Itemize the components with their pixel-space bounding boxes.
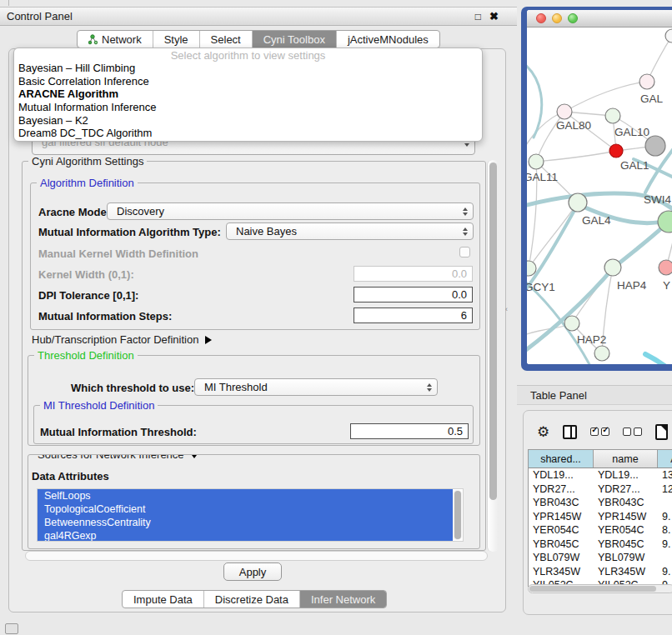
close-panel-icon[interactable]: ✖	[489, 10, 499, 22]
column-layout-icon[interactable]	[563, 425, 577, 439]
table-horizontal-scrollbar[interactable]	[528, 584, 672, 593]
table-cell[interactable]: YBR043C	[594, 496, 658, 510]
list-scrollbar[interactable]	[453, 490, 462, 540]
node-gal80[interactable]	[557, 104, 572, 119]
algorithm-option-bayesian-hill-climbing[interactable]: Bayesian – Hill Climbing	[14, 62, 482, 75]
network-edge[interactable]	[645, 354, 672, 364]
aracne-mode-combo[interactable]: Discovery	[107, 202, 474, 220]
node-gray[interactable]	[645, 136, 665, 156]
table-cell[interactable]: YDR27...	[529, 482, 594, 497]
table-cell[interactable]: 9.	[658, 565, 672, 579]
node-partial-bottom[interactable]	[594, 346, 609, 361]
table-row[interactable]: YPR145WYPR145W9.	[529, 510, 672, 524]
table-cell[interactable]	[658, 551, 672, 565]
attribute-item-topologicalcoefficient[interactable]: TopologicalCoefficient	[38, 502, 453, 516]
node-gal-top[interactable]	[639, 74, 654, 89]
table-cell[interactable]: 8.	[658, 523, 672, 538]
apply-button[interactable]: Apply	[223, 562, 282, 581]
network-edge[interactable]	[527, 61, 542, 138]
export-table-icon[interactable]	[655, 424, 668, 440]
network-edge[interactable]	[527, 112, 564, 152]
tab-impute-data[interactable]: Impute Data	[123, 591, 204, 608]
node-hap2[interactable]	[564, 316, 579, 331]
node-gal4[interactable]	[569, 193, 587, 212]
node-partial-top-right[interactable]	[665, 29, 672, 42]
tab-discretize-data[interactable]: Discretize Data	[204, 591, 300, 608]
table-cell[interactable]: YDL19...	[594, 468, 658, 482]
collapsed-panel-icon[interactable]	[5, 623, 18, 634]
dpi-tolerance-input[interactable]: 0.0	[354, 287, 473, 302]
table-cell[interactable]	[658, 496, 672, 510]
table-cell[interactable]: YBL079W	[529, 551, 594, 565]
table-cell[interactable]: YDL19...	[529, 468, 594, 482]
table-cell[interactable]: 12	[658, 482, 672, 497]
settings-horizontal-scrollbar[interactable]	[25, 551, 488, 561]
table-row[interactable]: YBL079WYBL079W	[529, 551, 672, 565]
algorithm-option-basic-correlation-inference[interactable]: Basic Correlation Inference	[14, 75, 482, 88]
attribute-item-selfloops[interactable]: SelfLoops	[38, 489, 453, 502]
table-cell[interactable]: YLR345W	[594, 565, 658, 579]
manual-kernel-checkbox[interactable]	[459, 247, 470, 258]
splitter-handle[interactable]: ‹	[505, 304, 512, 314]
collapse-down-icon[interactable]	[189, 454, 199, 458]
table-row[interactable]: YDR27...YDR27...12	[529, 482, 672, 497]
tab-select[interactable]: Select	[200, 31, 253, 48]
algorithm-option-mutual-information-inference[interactable]: Mutual Information Inference	[14, 101, 482, 114]
gear-icon[interactable]: ⚙	[537, 425, 549, 439]
column-header-a[interactable]: A	[658, 450, 672, 468]
column-header-name[interactable]: name	[594, 450, 658, 468]
network-edge[interactable]	[536, 151, 616, 162]
tab-infer-network[interactable]: Infer Network	[300, 591, 386, 608]
node-hap4[interactable]	[604, 259, 621, 276]
table-row[interactable]: YLR345WYLR345W9.	[529, 565, 672, 579]
table-cell[interactable]: YER054C	[594, 523, 658, 538]
close-window-button[interactable]	[536, 13, 546, 23]
tab-jactivemnodules[interactable]: jActiveMNodules	[337, 31, 439, 48]
table-cell[interactable]: YBR045C	[594, 538, 658, 552]
table-row[interactable]: YBR045CYBR045C9.	[529, 538, 672, 552]
float-window-icon[interactable]: □	[475, 11, 481, 22]
settings-vertical-scrollbar[interactable]	[487, 160, 499, 552]
attribute-item-betweennesscentrality[interactable]: BetweennessCentrality	[38, 516, 453, 529]
mi-steps-input[interactable]: 6	[354, 308, 473, 323]
column-header-shared[interactable]: shared...	[529, 450, 594, 468]
network-window-titlebar[interactable]	[527, 10, 672, 28]
minimize-window-button[interactable]	[552, 13, 562, 23]
table-row[interactable]: YER054CYER054C8.	[529, 523, 672, 538]
table-cell[interactable]: YBR043C	[529, 496, 594, 510]
table-cell[interactable]: YBL079W	[594, 551, 658, 565]
tab-cyni-toolbox[interactable]: Cyni Toolbox	[253, 31, 337, 48]
table-cell[interactable]: YDR27...	[594, 482, 658, 497]
network-canvas[interactable]: GALGAL80GAL10GAL1GAL11GAL4SWI4GCY1HAP4YH…	[527, 28, 672, 364]
table-cell[interactable]: YBR045C	[529, 538, 594, 552]
zoom-window-button[interactable]	[568, 13, 578, 23]
table-row[interactable]: YBR043CYBR043C	[529, 496, 672, 510]
node-gal11[interactable]	[529, 154, 544, 169]
node-gal1[interactable]	[609, 144, 623, 158]
tab-network[interactable]: Network	[78, 31, 153, 48]
mi-type-combo[interactable]: Naive Bayes	[226, 222, 474, 240]
algorithm-option-dream8-dc-tdc-algorithm[interactable]: Dream8 DC_TDC Algorithm	[14, 127, 482, 140]
tab-style[interactable]: Style	[153, 31, 200, 48]
hub-definition-expander[interactable]: Hub/Transcription Factor Definition	[32, 333, 212, 346]
which-threshold-combo[interactable]: MI Threshold	[194, 378, 438, 396]
algorithm-option-bayesian-k2[interactable]: Bayesian – K2	[14, 114, 482, 128]
network-edge[interactable]	[564, 82, 647, 112]
deselect-all-columns-icon[interactable]	[623, 428, 642, 436]
attribute-item-gal4rgexp[interactable]: gal4RGexp	[38, 529, 453, 542]
algorithm-option-aracne-algorithm[interactable]: ARACNE Algorithm	[14, 88, 482, 101]
table-row[interactable]: YDL19...YDL19...13	[529, 468, 672, 482]
table-cell[interactable]: 9.	[658, 538, 672, 552]
mi-threshold-input[interactable]: 0.5	[350, 423, 469, 439]
table-cell[interactable]: YLR345W	[529, 565, 594, 579]
node-gal10[interactable]	[605, 108, 620, 123]
table-cell[interactable]: 9.	[658, 510, 672, 524]
select-all-columns-icon[interactable]	[590, 428, 609, 436]
table-cell[interactable]: YPR145W	[594, 510, 658, 524]
table-cell[interactable]: YER054C	[529, 523, 594, 538]
kernel-width-input[interactable]: 0.0	[354, 266, 473, 282]
table-cell[interactable]: 13	[658, 468, 672, 482]
node-gcy1[interactable]	[527, 261, 536, 276]
node-y[interactable]	[659, 260, 672, 275]
table-cell[interactable]: YPR145W	[529, 510, 594, 524]
